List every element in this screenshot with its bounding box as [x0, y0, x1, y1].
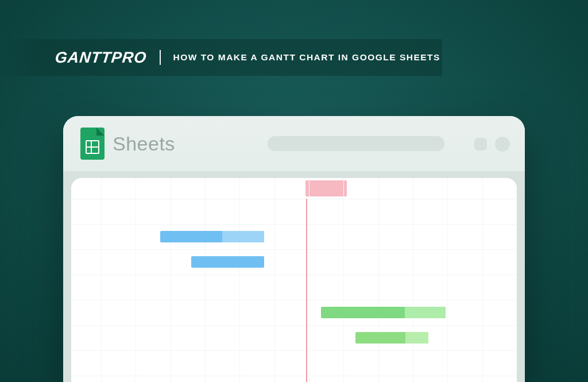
app-name-label: Sheets	[113, 133, 175, 155]
app-window: Sheets	[63, 116, 525, 382]
page-title: HOW TO MAKE A GANTT CHART IN GOOGLE SHEE…	[173, 52, 440, 63]
window-titlebar: Sheets	[63, 116, 525, 171]
google-sheets-icon	[80, 128, 105, 160]
gantt-bar[interactable]	[321, 307, 446, 318]
window-controls	[474, 137, 510, 152]
search-input[interactable]	[268, 136, 444, 151]
page-header: GANTTPRO HOW TO MAKE A GANTT CHART IN GO…	[0, 39, 442, 76]
gantt-bar[interactable]	[160, 231, 264, 242]
avatar[interactable]	[495, 137, 510, 152]
gantt-bar[interactable]	[191, 256, 264, 268]
gantt-bar[interactable]	[355, 332, 428, 344]
spreadsheet-area	[71, 178, 517, 382]
brand-logo: GANTTPRO	[54, 49, 148, 67]
window-button[interactable]	[474, 138, 487, 151]
header-separator	[160, 50, 161, 65]
gantt-bars-layer	[71, 199, 517, 382]
